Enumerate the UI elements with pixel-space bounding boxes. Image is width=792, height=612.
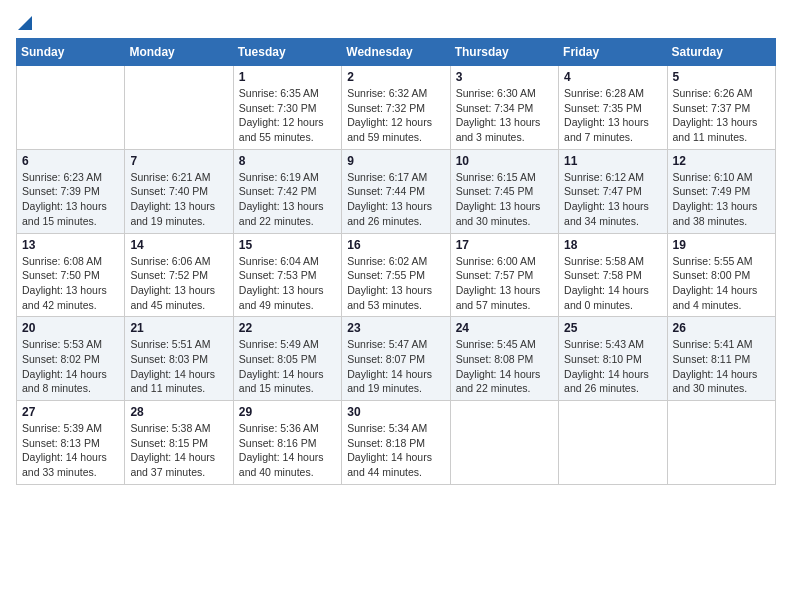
- day-details: Sunrise: 6:00 AM Sunset: 7:57 PM Dayligh…: [456, 254, 553, 313]
- day-number: 23: [347, 321, 444, 335]
- day-details: Sunrise: 5:51 AM Sunset: 8:03 PM Dayligh…: [130, 337, 227, 396]
- day-number: 5: [673, 70, 770, 84]
- column-header-saturday: Saturday: [667, 39, 775, 66]
- calendar-header-row: SundayMondayTuesdayWednesdayThursdayFrid…: [17, 39, 776, 66]
- day-number: 13: [22, 238, 119, 252]
- day-number: 15: [239, 238, 336, 252]
- calendar-week-row: 27Sunrise: 5:39 AM Sunset: 8:13 PM Dayli…: [17, 401, 776, 485]
- day-details: Sunrise: 6:21 AM Sunset: 7:40 PM Dayligh…: [130, 170, 227, 229]
- day-number: 8: [239, 154, 336, 168]
- calendar-cell: 30Sunrise: 5:34 AM Sunset: 8:18 PM Dayli…: [342, 401, 450, 485]
- day-number: 22: [239, 321, 336, 335]
- column-header-monday: Monday: [125, 39, 233, 66]
- calendar-cell: 3Sunrise: 6:30 AM Sunset: 7:34 PM Daylig…: [450, 66, 558, 150]
- page-header: [16, 16, 776, 30]
- day-number: 30: [347, 405, 444, 419]
- day-details: Sunrise: 5:45 AM Sunset: 8:08 PM Dayligh…: [456, 337, 553, 396]
- day-details: Sunrise: 5:55 AM Sunset: 8:00 PM Dayligh…: [673, 254, 770, 313]
- day-details: Sunrise: 6:23 AM Sunset: 7:39 PM Dayligh…: [22, 170, 119, 229]
- calendar-cell: 27Sunrise: 5:39 AM Sunset: 8:13 PM Dayli…: [17, 401, 125, 485]
- day-number: 21: [130, 321, 227, 335]
- calendar-week-row: 6Sunrise: 6:23 AM Sunset: 7:39 PM Daylig…: [17, 149, 776, 233]
- calendar-cell: 29Sunrise: 5:36 AM Sunset: 8:16 PM Dayli…: [233, 401, 341, 485]
- day-number: 28: [130, 405, 227, 419]
- day-details: Sunrise: 5:39 AM Sunset: 8:13 PM Dayligh…: [22, 421, 119, 480]
- day-details: Sunrise: 5:43 AM Sunset: 8:10 PM Dayligh…: [564, 337, 661, 396]
- day-details: Sunrise: 5:58 AM Sunset: 7:58 PM Dayligh…: [564, 254, 661, 313]
- calendar-cell: 8Sunrise: 6:19 AM Sunset: 7:42 PM Daylig…: [233, 149, 341, 233]
- calendar-week-row: 1Sunrise: 6:35 AM Sunset: 7:30 PM Daylig…: [17, 66, 776, 150]
- calendar-cell: 6Sunrise: 6:23 AM Sunset: 7:39 PM Daylig…: [17, 149, 125, 233]
- day-details: Sunrise: 6:32 AM Sunset: 7:32 PM Dayligh…: [347, 86, 444, 145]
- calendar-cell: 25Sunrise: 5:43 AM Sunset: 8:10 PM Dayli…: [559, 317, 667, 401]
- calendar-table: SundayMondayTuesdayWednesdayThursdayFrid…: [16, 38, 776, 485]
- day-details: Sunrise: 5:38 AM Sunset: 8:15 PM Dayligh…: [130, 421, 227, 480]
- day-details: Sunrise: 5:36 AM Sunset: 8:16 PM Dayligh…: [239, 421, 336, 480]
- day-details: Sunrise: 6:12 AM Sunset: 7:47 PM Dayligh…: [564, 170, 661, 229]
- logo: [16, 16, 32, 30]
- calendar-cell: [667, 401, 775, 485]
- day-details: Sunrise: 5:34 AM Sunset: 8:18 PM Dayligh…: [347, 421, 444, 480]
- svg-marker-0: [18, 16, 32, 30]
- day-number: 7: [130, 154, 227, 168]
- calendar-cell: 1Sunrise: 6:35 AM Sunset: 7:30 PM Daylig…: [233, 66, 341, 150]
- day-number: 25: [564, 321, 661, 335]
- day-number: 4: [564, 70, 661, 84]
- day-number: 9: [347, 154, 444, 168]
- calendar-cell: 5Sunrise: 6:26 AM Sunset: 7:37 PM Daylig…: [667, 66, 775, 150]
- column-header-tuesday: Tuesday: [233, 39, 341, 66]
- day-details: Sunrise: 6:06 AM Sunset: 7:52 PM Dayligh…: [130, 254, 227, 313]
- day-number: 26: [673, 321, 770, 335]
- day-number: 14: [130, 238, 227, 252]
- day-details: Sunrise: 6:10 AM Sunset: 7:49 PM Dayligh…: [673, 170, 770, 229]
- day-number: 16: [347, 238, 444, 252]
- day-number: 6: [22, 154, 119, 168]
- day-details: Sunrise: 6:28 AM Sunset: 7:35 PM Dayligh…: [564, 86, 661, 145]
- day-details: Sunrise: 6:04 AM Sunset: 7:53 PM Dayligh…: [239, 254, 336, 313]
- calendar-cell: 11Sunrise: 6:12 AM Sunset: 7:47 PM Dayli…: [559, 149, 667, 233]
- calendar-cell: 22Sunrise: 5:49 AM Sunset: 8:05 PM Dayli…: [233, 317, 341, 401]
- day-details: Sunrise: 6:17 AM Sunset: 7:44 PM Dayligh…: [347, 170, 444, 229]
- calendar-cell: 24Sunrise: 5:45 AM Sunset: 8:08 PM Dayli…: [450, 317, 558, 401]
- day-number: 1: [239, 70, 336, 84]
- calendar-cell: 10Sunrise: 6:15 AM Sunset: 7:45 PM Dayli…: [450, 149, 558, 233]
- column-header-friday: Friday: [559, 39, 667, 66]
- calendar-cell: 26Sunrise: 5:41 AM Sunset: 8:11 PM Dayli…: [667, 317, 775, 401]
- calendar-cell: 20Sunrise: 5:53 AM Sunset: 8:02 PM Dayli…: [17, 317, 125, 401]
- calendar-cell: 17Sunrise: 6:00 AM Sunset: 7:57 PM Dayli…: [450, 233, 558, 317]
- day-number: 20: [22, 321, 119, 335]
- calendar-cell: [450, 401, 558, 485]
- day-details: Sunrise: 6:19 AM Sunset: 7:42 PM Dayligh…: [239, 170, 336, 229]
- calendar-cell: 7Sunrise: 6:21 AM Sunset: 7:40 PM Daylig…: [125, 149, 233, 233]
- day-number: 19: [673, 238, 770, 252]
- calendar-cell: 2Sunrise: 6:32 AM Sunset: 7:32 PM Daylig…: [342, 66, 450, 150]
- column-header-thursday: Thursday: [450, 39, 558, 66]
- day-details: Sunrise: 6:15 AM Sunset: 7:45 PM Dayligh…: [456, 170, 553, 229]
- calendar-cell: 28Sunrise: 5:38 AM Sunset: 8:15 PM Dayli…: [125, 401, 233, 485]
- calendar-cell: 19Sunrise: 5:55 AM Sunset: 8:00 PM Dayli…: [667, 233, 775, 317]
- column-header-wednesday: Wednesday: [342, 39, 450, 66]
- calendar-cell: 12Sunrise: 6:10 AM Sunset: 7:49 PM Dayli…: [667, 149, 775, 233]
- day-details: Sunrise: 5:49 AM Sunset: 8:05 PM Dayligh…: [239, 337, 336, 396]
- day-details: Sunrise: 6:35 AM Sunset: 7:30 PM Dayligh…: [239, 86, 336, 145]
- calendar-cell: [559, 401, 667, 485]
- day-details: Sunrise: 5:41 AM Sunset: 8:11 PM Dayligh…: [673, 337, 770, 396]
- calendar-cell: [125, 66, 233, 150]
- day-number: 18: [564, 238, 661, 252]
- day-number: 11: [564, 154, 661, 168]
- day-number: 3: [456, 70, 553, 84]
- day-number: 10: [456, 154, 553, 168]
- calendar-cell: 13Sunrise: 6:08 AM Sunset: 7:50 PM Dayli…: [17, 233, 125, 317]
- calendar-cell: 14Sunrise: 6:06 AM Sunset: 7:52 PM Dayli…: [125, 233, 233, 317]
- day-number: 29: [239, 405, 336, 419]
- calendar-cell: 18Sunrise: 5:58 AM Sunset: 7:58 PM Dayli…: [559, 233, 667, 317]
- day-details: Sunrise: 5:53 AM Sunset: 8:02 PM Dayligh…: [22, 337, 119, 396]
- column-header-sunday: Sunday: [17, 39, 125, 66]
- calendar-cell: 16Sunrise: 6:02 AM Sunset: 7:55 PM Dayli…: [342, 233, 450, 317]
- day-details: Sunrise: 5:47 AM Sunset: 8:07 PM Dayligh…: [347, 337, 444, 396]
- calendar-cell: 21Sunrise: 5:51 AM Sunset: 8:03 PM Dayli…: [125, 317, 233, 401]
- day-number: 24: [456, 321, 553, 335]
- calendar-cell: [17, 66, 125, 150]
- calendar-week-row: 20Sunrise: 5:53 AM Sunset: 8:02 PM Dayli…: [17, 317, 776, 401]
- day-number: 17: [456, 238, 553, 252]
